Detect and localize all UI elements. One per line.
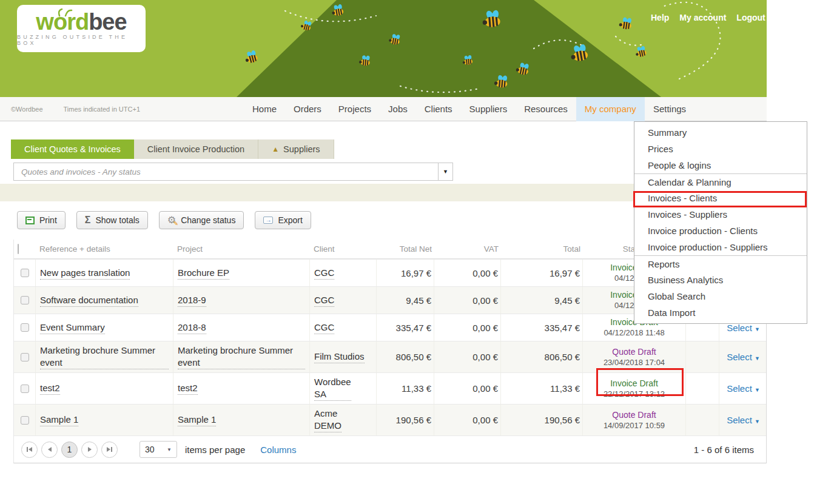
select-menu-button[interactable]: Select▼ bbox=[727, 415, 760, 425]
nav-item-orders[interactable]: Orders bbox=[285, 97, 330, 121]
tab-client-invoice-production[interactable]: Client Invoice Production bbox=[134, 139, 258, 159]
total-net-value: 190,56 € bbox=[377, 405, 434, 435]
menu-item-invoice-production-suppliers[interactable]: Invoice production - Suppliers bbox=[634, 239, 807, 255]
page-number-button[interactable]: 1 bbox=[61, 442, 78, 458]
select-menu-button[interactable]: Select▼ bbox=[727, 352, 760, 362]
menu-item-calendar-planning[interactable]: Calendar & Planning bbox=[634, 173, 807, 190]
print-button[interactable]: Print bbox=[17, 211, 66, 229]
export-button[interactable]: → Export bbox=[255, 211, 311, 229]
export-label: Export bbox=[278, 215, 302, 225]
sigma-icon: Σ bbox=[85, 215, 91, 225]
menu-item-invoices-suppliers[interactable]: Invoices - Suppliers bbox=[634, 206, 807, 223]
project-link[interactable]: Sample 1 bbox=[178, 414, 216, 426]
filter-dropdown-button[interactable]: ▼ bbox=[439, 163, 453, 181]
reference-link[interactable]: New pages translation bbox=[40, 267, 130, 280]
client-link[interactable]: CGC bbox=[314, 267, 334, 280]
reference-link[interactable]: Sample 1 bbox=[40, 414, 78, 426]
page-size-select[interactable]: 30▼ bbox=[140, 441, 177, 458]
nav-item-clients[interactable]: Clients bbox=[416, 97, 461, 121]
nav-item-jobs[interactable]: Jobs bbox=[380, 97, 416, 121]
menu-item-people-logins[interactable]: People & logins bbox=[634, 157, 807, 173]
menu-item-business-analytics[interactable]: Business Analytics bbox=[634, 272, 807, 288]
tab-client-quotes-invoices[interactable]: Client Quotes & Invoices bbox=[11, 139, 134, 159]
my-company-dropdown-menu: Summary Prices People & logins Calendar … bbox=[634, 121, 807, 324]
client-link[interactable]: Film Studios bbox=[314, 351, 365, 363]
menu-item-reports[interactable]: Reports bbox=[634, 255, 807, 272]
reference-link[interactable]: Marketing brochure Summer event bbox=[40, 344, 169, 369]
columns-link[interactable]: Columns bbox=[260, 445, 296, 455]
reference-link[interactable]: test2 bbox=[40, 382, 60, 395]
menu-item-invoice-production-clients[interactable]: Invoice production - Clients bbox=[634, 223, 807, 239]
vat-value: 0,00 € bbox=[434, 287, 501, 314]
nav-item-settings[interactable]: Settings bbox=[645, 97, 694, 121]
copyright-label: ©Wordbee bbox=[11, 106, 43, 113]
nav-items: Home Orders Projects Jobs Clients Suppli… bbox=[244, 97, 694, 121]
status-label: Invoice Draft bbox=[610, 378, 658, 388]
status-date: 23/04/2018 17:04 bbox=[604, 358, 665, 367]
row-checkbox[interactable] bbox=[21, 353, 29, 361]
reference-link[interactable]: Event Summary bbox=[40, 321, 105, 334]
nav-item-projects[interactable]: Projects bbox=[330, 97, 380, 121]
reference-link[interactable]: Software documentation bbox=[40, 294, 138, 307]
nav-item-resources[interactable]: Resources bbox=[516, 97, 576, 121]
print-icon bbox=[25, 217, 35, 224]
row-checkbox[interactable] bbox=[21, 416, 29, 425]
change-status-button[interactable]: ⚙✎ Change status bbox=[159, 211, 244, 229]
menu-item-data-import[interactable]: Data Import bbox=[634, 304, 807, 321]
first-page-button[interactable] bbox=[21, 442, 38, 458]
client-link[interactable]: CGC bbox=[314, 294, 334, 307]
row-checkbox[interactable] bbox=[21, 269, 29, 277]
chevron-down-icon: ▼ bbox=[167, 447, 172, 452]
nav-item-home[interactable]: Home bbox=[244, 97, 285, 121]
client-link[interactable]: CGC bbox=[314, 321, 334, 334]
tab-suppliers[interactable]: ▲Suppliers bbox=[258, 139, 334, 159]
client-link[interactable]: Acme DEMO bbox=[314, 408, 341, 432]
show-totals-button[interactable]: Σ Show totals bbox=[76, 211, 148, 229]
row-checkbox[interactable] bbox=[21, 385, 29, 393]
project-link[interactable]: 2018-9 bbox=[178, 294, 206, 307]
select-all-checkbox[interactable] bbox=[18, 244, 19, 254]
logout-link[interactable]: Logout bbox=[736, 13, 765, 22]
previous-page-button[interactable] bbox=[41, 442, 58, 458]
help-link[interactable]: Help bbox=[651, 13, 669, 22]
timezone-note: Times indicated in UTC+1 bbox=[64, 106, 140, 113]
nav-item-suppliers[interactable]: Suppliers bbox=[461, 97, 516, 121]
select-menu-button[interactable]: Select▼ bbox=[727, 323, 760, 333]
chevron-down-icon: ▼ bbox=[755, 355, 760, 361]
total-value: 9,45 € bbox=[501, 287, 583, 314]
total-value: 335,47 € bbox=[501, 314, 583, 341]
chevron-down-icon: ▼ bbox=[755, 418, 760, 425]
status-date: 22/12/2017 13:12 bbox=[604, 389, 665, 398]
change-status-label: Change status bbox=[181, 215, 235, 225]
total-net-value: 16,97 € bbox=[377, 260, 434, 286]
last-page-button[interactable] bbox=[101, 442, 118, 458]
status-filter-select[interactable]: Quotes and invoices - Any status bbox=[13, 163, 439, 181]
total-value: 11,33 € bbox=[501, 373, 583, 404]
total-net-value: 11,33 € bbox=[377, 373, 434, 404]
project-link[interactable]: test2 bbox=[178, 382, 198, 395]
menu-item-global-search[interactable]: Global Search bbox=[634, 288, 807, 304]
status-badge-highlighted: Invoice Draft22/12/2017 13:12 bbox=[604, 378, 665, 399]
vat-value: 0,00 € bbox=[434, 260, 501, 286]
menu-item-prices[interactable]: Prices bbox=[634, 141, 807, 157]
client-link[interactable]: Wordbee SA bbox=[314, 376, 351, 401]
nav-item-my-company[interactable]: My company bbox=[576, 97, 645, 121]
next-page-button[interactable] bbox=[81, 442, 98, 458]
col-header-reference: Reference + details bbox=[36, 244, 173, 254]
row-checkbox[interactable] bbox=[21, 296, 29, 304]
menu-item-summary[interactable]: Summary bbox=[634, 124, 807, 141]
project-link[interactable]: 2018-8 bbox=[178, 321, 206, 334]
gear-icon: ⚙✎ bbox=[167, 215, 176, 225]
my-account-link[interactable]: My account bbox=[679, 13, 726, 22]
page-size-value: 30 bbox=[145, 445, 155, 454]
project-link[interactable]: Marketing brochure Summer event bbox=[178, 344, 305, 369]
vat-value: 0,00 € bbox=[434, 341, 501, 372]
select-menu-button[interactable]: Select▼ bbox=[727, 383, 760, 394]
row-checkbox[interactable] bbox=[21, 323, 29, 332]
project-link[interactable]: Brochure EP bbox=[178, 267, 229, 280]
chevron-down-icon: ▼ bbox=[755, 326, 760, 332]
menu-item-invoices-clients[interactable]: Invoices - Clients bbox=[634, 190, 807, 206]
pagination-bar: 1 30▼ items per page Columns 1 - 6 of 6 … bbox=[14, 435, 766, 463]
print-label: Print bbox=[39, 215, 57, 225]
table-row: test2 test2 Wordbee SA 11,33 € 0,00 € 11… bbox=[14, 372, 766, 404]
